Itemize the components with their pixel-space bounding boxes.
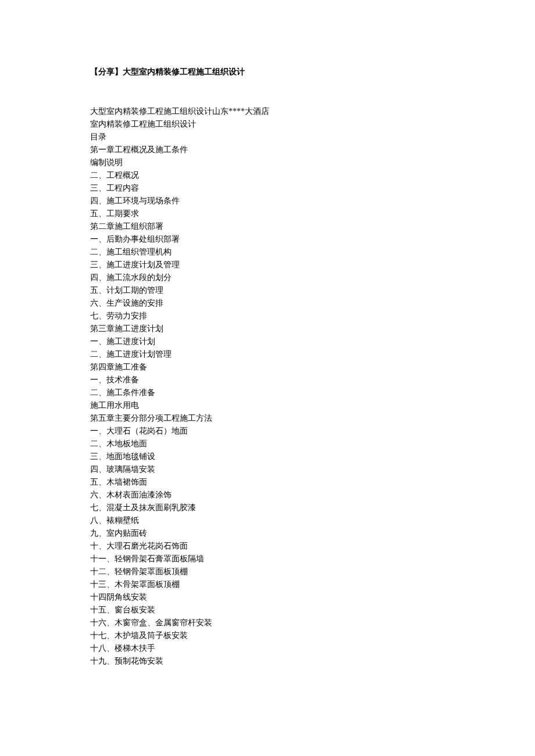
content-line: 六、生产设施的安排 (90, 297, 445, 310)
content-line: 十一、轻钢骨架石膏罩面板隔墙 (90, 553, 445, 565)
content-line: 九、室内贴面砖 (90, 527, 445, 540)
content-line: 第五章主要分部分项工程施工方法 (90, 412, 445, 425)
content-line: 第三章施工进度计划 (90, 323, 445, 335)
content-line: 三、地面地毯铺设 (90, 450, 445, 463)
content-line: 七、劳动力安排 (90, 310, 445, 323)
content-line: 四、施工流水段的划分 (90, 271, 445, 284)
content-line: 十八、楼梯木扶手 (90, 642, 445, 655)
content-line: 二、施工进度计划管理 (90, 348, 445, 361)
content-line: 编制说明 (90, 156, 445, 169)
content-line: 一、大理石（花岗石）地面 (90, 425, 445, 438)
content-line: 四、玻璃隔墙安装 (90, 463, 445, 476)
content-line: 第四章施工准备 (90, 361, 445, 374)
content-line: 六、木材表面油漆涂饰 (90, 489, 445, 501)
content-line: 十、大理石磨光花岗石饰面 (90, 540, 445, 553)
content-line: 二、施工条件准备 (90, 386, 445, 399)
content-line: 二、工程概况 (90, 169, 445, 182)
content-line: 十五、窗台板安装 (90, 604, 445, 617)
content-line: 三、施工进度计划及管理 (90, 259, 445, 271)
content-line: 第一章工程概况及施工条件 (90, 144, 445, 156)
content-line: 二、施工组织管理机构 (90, 246, 445, 259)
content-line: 十四阴角线安装 (90, 591, 445, 604)
content-line: 五、工期要求 (90, 207, 445, 220)
content-line: 一、后勤办事处组织部署 (90, 233, 445, 246)
content-line: 施工用水用电 (90, 399, 445, 412)
content-line: 十六、木窗帘盒、金属窗帘杆安装 (90, 617, 445, 629)
content-line: 三、工程内容 (90, 182, 445, 195)
content-line: 五、木墙裙饰面 (90, 476, 445, 489)
content-line: 大型室内精装修工程施工组织设计山东****大酒店 (90, 105, 445, 118)
content-line: 五、计划工期的管理 (90, 284, 445, 297)
content-line: 八、裱糊壁纸 (90, 514, 445, 527)
content-line: 二、木地板地面 (90, 438, 445, 450)
content-line: 十九、预制花饰安装 (90, 655, 445, 668)
content-line: 第二章施工组织部署 (90, 220, 445, 233)
content-line: 七、混凝土及抹灰面刷乳胶漆 (90, 501, 445, 514)
content-line: 十三、木骨架罩面板顶棚 (90, 578, 445, 591)
content-line: 一、技术准备 (90, 374, 445, 386)
content-line: 一、施工进度计划 (90, 335, 445, 348)
content-line: 十七、木护墙及筒子板安装 (90, 629, 445, 642)
content-line: 室内精装修工程施工组织设计 (90, 118, 445, 131)
content-line: 四、施工环境与现场条件 (90, 195, 445, 207)
content-body: 大型室内精装修工程施工组织设计山东****大酒店 室内精装修工程施工组织设计 目… (90, 105, 445, 668)
document-title: 【分享】大型室内精装修工程施工组织设计 (90, 67, 445, 77)
content-line: 目录 (90, 131, 445, 144)
content-line: 十二、轻钢骨架罩面板顶棚 (90, 565, 445, 578)
